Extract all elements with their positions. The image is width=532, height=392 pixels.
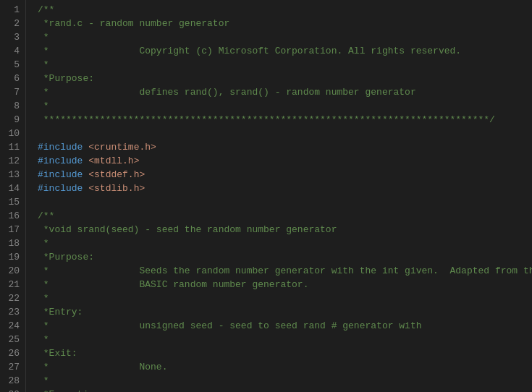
line-number: 18 xyxy=(0,237,25,250)
code-line: * Copyright (c) Microsoft Corporation. A… xyxy=(38,44,532,58)
code-line: #include <mtdll.h> xyxy=(38,154,532,168)
code-line: /** xyxy=(38,3,532,17)
code-line: * Seeds the random number generator with… xyxy=(38,264,532,278)
code-line: *Exit: xyxy=(38,346,532,360)
line-number: 2 xyxy=(0,17,25,30)
line-number: 11 xyxy=(0,140,25,154)
code-line xyxy=(38,195,532,209)
code-line: * xyxy=(38,291,532,305)
line-number: 20 xyxy=(0,264,25,278)
line-number: 7 xyxy=(0,85,25,99)
line-number: 16 xyxy=(0,209,25,223)
line-number: 4 xyxy=(0,44,25,58)
code-line: *Purpose: xyxy=(38,72,532,85)
code-line: * BASIC random number generator. xyxy=(38,278,532,291)
line-number: 28 xyxy=(0,374,25,388)
line-number: 17 xyxy=(0,223,25,237)
line-number: 1 xyxy=(0,3,25,17)
line-number: 9 xyxy=(0,113,25,127)
code-editor: 1234567891011121314151617181920212223242… xyxy=(0,0,532,392)
code-line xyxy=(38,127,532,140)
code-line: * xyxy=(38,58,532,72)
line-number: 23 xyxy=(0,305,25,319)
line-number: 27 xyxy=(0,360,25,374)
code-line: *Exceptions: xyxy=(38,388,532,392)
line-number: 24 xyxy=(0,319,25,333)
line-number: 3 xyxy=(0,30,25,44)
line-number: 25 xyxy=(0,333,25,346)
line-number: 26 xyxy=(0,346,25,360)
line-number: 21 xyxy=(0,278,25,291)
code-line: * xyxy=(38,237,532,250)
code-line: * None. xyxy=(38,360,532,374)
code-content[interactable]: /** *rand.c - random number generator * … xyxy=(26,0,532,392)
code-line: ****************************************… xyxy=(38,113,532,127)
code-line: #include <stddef.h> xyxy=(38,168,532,182)
code-line: * xyxy=(38,333,532,346)
line-number: 6 xyxy=(0,72,25,85)
code-line: *void srand(seed) - seed the random numb… xyxy=(38,223,532,237)
line-number: 12 xyxy=(0,154,25,168)
code-line: * unsigned seed - seed to seed rand # ge… xyxy=(38,319,532,333)
line-numbers: 1234567891011121314151617181920212223242… xyxy=(0,0,26,392)
line-number: 22 xyxy=(0,291,25,305)
line-number: 13 xyxy=(0,168,25,182)
code-line: /** xyxy=(38,209,532,223)
code-line: *rand.c - random number generator xyxy=(38,17,532,30)
line-number: 10 xyxy=(0,127,25,140)
line-number: 5 xyxy=(0,58,25,72)
line-number: 15 xyxy=(0,195,25,209)
line-number: 14 xyxy=(0,182,25,195)
code-line: * xyxy=(38,30,532,44)
line-number: 8 xyxy=(0,99,25,113)
code-line: #include <cruntime.h> xyxy=(38,140,532,154)
code-line: *Purpose: xyxy=(38,250,532,264)
code-line: #include <stdlib.h> xyxy=(38,182,532,195)
code-line: * defines rand(), srand() - random numbe… xyxy=(38,85,532,99)
line-number: 29 xyxy=(0,388,25,392)
code-line: * xyxy=(38,99,532,113)
line-number: 19 xyxy=(0,250,25,264)
code-line: * xyxy=(38,374,532,388)
code-line: *Entry: xyxy=(38,305,532,319)
